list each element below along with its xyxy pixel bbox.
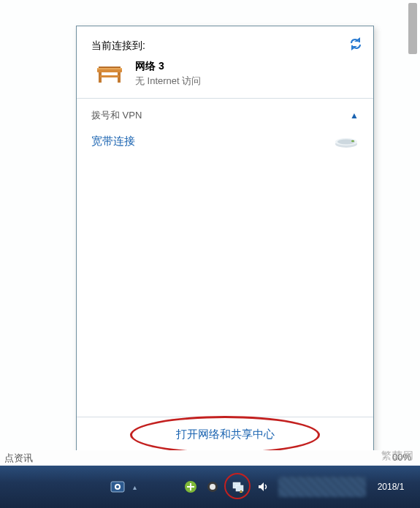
flyout-body [77,156,373,417]
network-category-icon [94,62,125,86]
svg-rect-18 [240,490,241,492]
svg-rect-17 [236,485,243,491]
obscured-tray-area [278,477,366,497]
refresh-icon[interactable] [348,37,363,51]
svg-rect-2 [99,67,121,68]
open-network-center-link[interactable]: 打开网络和共享中心 [176,428,275,441]
flyout-header: 当前连接到: [77,26,373,98]
security-tray-icon[interactable] [183,479,198,494]
watermark: 繁荣网 [381,450,414,463]
network-flyout: 当前连接到: [76,26,374,454]
taskbar: ▴ [0,466,420,508]
taskbar-clock[interactable]: 2018/1 [373,482,413,492]
svg-point-12 [116,485,119,488]
browser-status-strip: 点资讯 00% [0,450,420,465]
svg-rect-1 [97,68,122,69]
network-info: 网络 3 无 Internet 访问 [135,60,201,88]
network-status: 无 Internet 访问 [135,75,201,88]
strip-left-text: 点资讯 [4,452,33,465]
broadband-connection-item[interactable]: 宽带连接 [77,129,373,156]
app-tray-icon[interactable] [205,479,220,494]
network-name: 网络 3 [135,60,201,73]
volume-tray-icon[interactable] [256,479,271,494]
desktop-background: 当前连接到: [0,0,420,465]
flyout-footer: 打开网络和共享中心 [77,417,373,453]
collapse-caret-icon: ▲ [350,110,359,121]
svg-point-9 [351,140,354,142]
section-label: 拨号和 VPN [91,109,142,122]
modem-icon [334,134,359,148]
page-scrollbar[interactable] [408,3,417,54]
system-tray: 2018/1 [183,476,420,498]
qq-tray-icon[interactable] [110,479,126,495]
dialup-vpn-section-header[interactable]: 拨号和 VPN ▲ [77,99,373,129]
network-tray-icon-wrap [227,476,249,498]
taskbar-left: ▴ [0,479,183,495]
connection-label: 宽带连接 [91,134,135,148]
tray-expand-icon[interactable]: ▴ [130,483,139,491]
header-title: 当前连接到: [91,39,359,53]
network-tray-icon[interactable] [231,479,245,494]
taskbar-date: 2018/1 [373,482,408,492]
current-network-row[interactable]: 网络 3 无 Internet 访问 [91,60,359,88]
svg-point-15 [210,484,215,490]
svg-rect-5 [100,75,119,77]
